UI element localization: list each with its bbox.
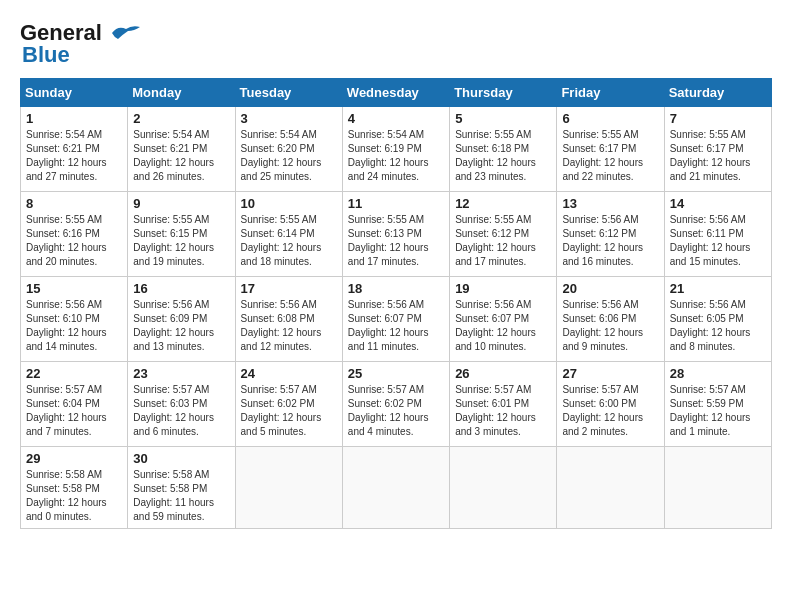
calendar-cell: 10Sunrise: 5:55 AM Sunset: 6:14 PM Dayli… xyxy=(235,192,342,277)
weekday-header-tuesday: Tuesday xyxy=(235,79,342,107)
logo-bird-icon xyxy=(104,23,142,43)
day-info: Sunrise: 5:56 AM Sunset: 6:08 PM Dayligh… xyxy=(241,298,337,354)
day-info: Sunrise: 5:55 AM Sunset: 6:14 PM Dayligh… xyxy=(241,213,337,269)
day-info: Sunrise: 5:56 AM Sunset: 6:07 PM Dayligh… xyxy=(455,298,551,354)
day-info: Sunrise: 5:54 AM Sunset: 6:20 PM Dayligh… xyxy=(241,128,337,184)
calendar-cell: 14Sunrise: 5:56 AM Sunset: 6:11 PM Dayli… xyxy=(664,192,771,277)
day-number: 21 xyxy=(670,281,766,296)
calendar-cell: 22Sunrise: 5:57 AM Sunset: 6:04 PM Dayli… xyxy=(21,362,128,447)
day-info: Sunrise: 5:57 AM Sunset: 6:04 PM Dayligh… xyxy=(26,383,122,439)
calendar-cell: 16Sunrise: 5:56 AM Sunset: 6:09 PM Dayli… xyxy=(128,277,235,362)
day-number: 19 xyxy=(455,281,551,296)
day-info: Sunrise: 5:55 AM Sunset: 6:12 PM Dayligh… xyxy=(455,213,551,269)
calendar-cell: 11Sunrise: 5:55 AM Sunset: 6:13 PM Dayli… xyxy=(342,192,449,277)
calendar-week-row: 15Sunrise: 5:56 AM Sunset: 6:10 PM Dayli… xyxy=(21,277,772,362)
calendar-cell: 13Sunrise: 5:56 AM Sunset: 6:12 PM Dayli… xyxy=(557,192,664,277)
calendar-cell: 24Sunrise: 5:57 AM Sunset: 6:02 PM Dayli… xyxy=(235,362,342,447)
day-info: Sunrise: 5:58 AM Sunset: 5:58 PM Dayligh… xyxy=(133,468,229,524)
day-info: Sunrise: 5:54 AM Sunset: 6:21 PM Dayligh… xyxy=(26,128,122,184)
day-number: 1 xyxy=(26,111,122,126)
day-number: 10 xyxy=(241,196,337,211)
weekday-header-sunday: Sunday xyxy=(21,79,128,107)
calendar-cell: 20Sunrise: 5:56 AM Sunset: 6:06 PM Dayli… xyxy=(557,277,664,362)
day-number: 30 xyxy=(133,451,229,466)
day-number: 5 xyxy=(455,111,551,126)
calendar-cell: 8Sunrise: 5:55 AM Sunset: 6:16 PM Daylig… xyxy=(21,192,128,277)
calendar-header-row: SundayMondayTuesdayWednesdayThursdayFrid… xyxy=(21,79,772,107)
day-info: Sunrise: 5:55 AM Sunset: 6:17 PM Dayligh… xyxy=(670,128,766,184)
day-number: 8 xyxy=(26,196,122,211)
page-header: General Blue xyxy=(20,20,772,68)
logo-blue: Blue xyxy=(22,42,70,68)
calendar-week-row: 22Sunrise: 5:57 AM Sunset: 6:04 PM Dayli… xyxy=(21,362,772,447)
day-number: 7 xyxy=(670,111,766,126)
calendar-cell: 21Sunrise: 5:56 AM Sunset: 6:05 PM Dayli… xyxy=(664,277,771,362)
calendar-cell: 2Sunrise: 5:54 AM Sunset: 6:21 PM Daylig… xyxy=(128,107,235,192)
day-info: Sunrise: 5:55 AM Sunset: 6:18 PM Dayligh… xyxy=(455,128,551,184)
day-number: 16 xyxy=(133,281,229,296)
day-info: Sunrise: 5:56 AM Sunset: 6:10 PM Dayligh… xyxy=(26,298,122,354)
day-number: 28 xyxy=(670,366,766,381)
calendar-week-row: 29Sunrise: 5:58 AM Sunset: 5:58 PM Dayli… xyxy=(21,447,772,529)
day-info: Sunrise: 5:58 AM Sunset: 5:58 PM Dayligh… xyxy=(26,468,122,524)
day-info: Sunrise: 5:56 AM Sunset: 6:09 PM Dayligh… xyxy=(133,298,229,354)
day-number: 20 xyxy=(562,281,658,296)
calendar-cell: 15Sunrise: 5:56 AM Sunset: 6:10 PM Dayli… xyxy=(21,277,128,362)
day-info: Sunrise: 5:54 AM Sunset: 6:19 PM Dayligh… xyxy=(348,128,444,184)
calendar-cell xyxy=(664,447,771,529)
day-info: Sunrise: 5:56 AM Sunset: 6:11 PM Dayligh… xyxy=(670,213,766,269)
weekday-header-wednesday: Wednesday xyxy=(342,79,449,107)
day-number: 26 xyxy=(455,366,551,381)
day-info: Sunrise: 5:57 AM Sunset: 6:02 PM Dayligh… xyxy=(348,383,444,439)
calendar-cell: 6Sunrise: 5:55 AM Sunset: 6:17 PM Daylig… xyxy=(557,107,664,192)
day-info: Sunrise: 5:57 AM Sunset: 5:59 PM Dayligh… xyxy=(670,383,766,439)
calendar-cell: 9Sunrise: 5:55 AM Sunset: 6:15 PM Daylig… xyxy=(128,192,235,277)
calendar-cell: 4Sunrise: 5:54 AM Sunset: 6:19 PM Daylig… xyxy=(342,107,449,192)
calendar-cell: 7Sunrise: 5:55 AM Sunset: 6:17 PM Daylig… xyxy=(664,107,771,192)
day-number: 25 xyxy=(348,366,444,381)
calendar-body: 1Sunrise: 5:54 AM Sunset: 6:21 PM Daylig… xyxy=(21,107,772,529)
calendar-cell: 3Sunrise: 5:54 AM Sunset: 6:20 PM Daylig… xyxy=(235,107,342,192)
day-info: Sunrise: 5:55 AM Sunset: 6:16 PM Dayligh… xyxy=(26,213,122,269)
day-number: 29 xyxy=(26,451,122,466)
calendar-cell: 23Sunrise: 5:57 AM Sunset: 6:03 PM Dayli… xyxy=(128,362,235,447)
day-info: Sunrise: 5:55 AM Sunset: 6:15 PM Dayligh… xyxy=(133,213,229,269)
day-number: 24 xyxy=(241,366,337,381)
day-number: 12 xyxy=(455,196,551,211)
calendar-cell: 19Sunrise: 5:56 AM Sunset: 6:07 PM Dayli… xyxy=(450,277,557,362)
calendar-cell: 30Sunrise: 5:58 AM Sunset: 5:58 PM Dayli… xyxy=(128,447,235,529)
calendar-table: SundayMondayTuesdayWednesdayThursdayFrid… xyxy=(20,78,772,529)
day-number: 15 xyxy=(26,281,122,296)
calendar-cell xyxy=(450,447,557,529)
day-number: 14 xyxy=(670,196,766,211)
day-info: Sunrise: 5:57 AM Sunset: 6:02 PM Dayligh… xyxy=(241,383,337,439)
day-number: 3 xyxy=(241,111,337,126)
calendar-cell xyxy=(557,447,664,529)
day-number: 17 xyxy=(241,281,337,296)
calendar-cell xyxy=(235,447,342,529)
calendar-cell: 27Sunrise: 5:57 AM Sunset: 6:00 PM Dayli… xyxy=(557,362,664,447)
calendar-week-row: 8Sunrise: 5:55 AM Sunset: 6:16 PM Daylig… xyxy=(21,192,772,277)
day-info: Sunrise: 5:57 AM Sunset: 6:03 PM Dayligh… xyxy=(133,383,229,439)
weekday-header-saturday: Saturday xyxy=(664,79,771,107)
day-info: Sunrise: 5:55 AM Sunset: 6:13 PM Dayligh… xyxy=(348,213,444,269)
day-info: Sunrise: 5:57 AM Sunset: 6:01 PM Dayligh… xyxy=(455,383,551,439)
weekday-header-friday: Friday xyxy=(557,79,664,107)
day-number: 13 xyxy=(562,196,658,211)
calendar-cell: 26Sunrise: 5:57 AM Sunset: 6:01 PM Dayli… xyxy=(450,362,557,447)
day-info: Sunrise: 5:56 AM Sunset: 6:05 PM Dayligh… xyxy=(670,298,766,354)
day-info: Sunrise: 5:54 AM Sunset: 6:21 PM Dayligh… xyxy=(133,128,229,184)
calendar-cell: 25Sunrise: 5:57 AM Sunset: 6:02 PM Dayli… xyxy=(342,362,449,447)
day-number: 22 xyxy=(26,366,122,381)
weekday-header-thursday: Thursday xyxy=(450,79,557,107)
day-number: 4 xyxy=(348,111,444,126)
day-number: 9 xyxy=(133,196,229,211)
day-number: 23 xyxy=(133,366,229,381)
weekday-header-monday: Monday xyxy=(128,79,235,107)
calendar-cell: 5Sunrise: 5:55 AM Sunset: 6:18 PM Daylig… xyxy=(450,107,557,192)
day-number: 27 xyxy=(562,366,658,381)
calendar-cell: 17Sunrise: 5:56 AM Sunset: 6:08 PM Dayli… xyxy=(235,277,342,362)
day-info: Sunrise: 5:56 AM Sunset: 6:07 PM Dayligh… xyxy=(348,298,444,354)
day-info: Sunrise: 5:55 AM Sunset: 6:17 PM Dayligh… xyxy=(562,128,658,184)
day-number: 11 xyxy=(348,196,444,211)
